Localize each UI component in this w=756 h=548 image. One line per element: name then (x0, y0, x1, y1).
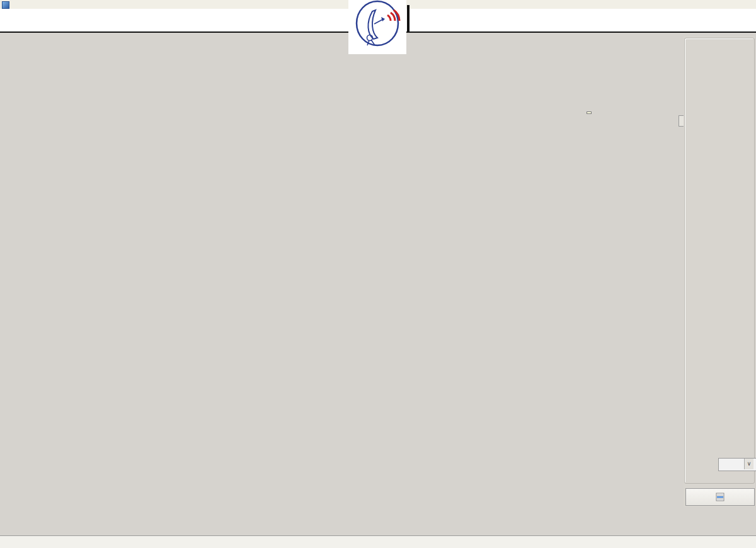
chevron-down-icon[interactable]: ∨ (744, 459, 753, 469)
snr-chart[interactable] (16, 62, 685, 503)
panel-action-button[interactable] (685, 488, 755, 506)
transponder-groupbox (684, 38, 755, 484)
chart-tooltip (587, 111, 592, 114)
dxsatcs-logo (348, 0, 406, 54)
satellite-dish-icon (348, 0, 406, 47)
signal-bars-area (0, 508, 756, 535)
status-bar (0, 535, 756, 548)
list-icon (716, 493, 724, 501)
app-icon (2, 1, 9, 9)
world-clocks (407, 5, 410, 31)
